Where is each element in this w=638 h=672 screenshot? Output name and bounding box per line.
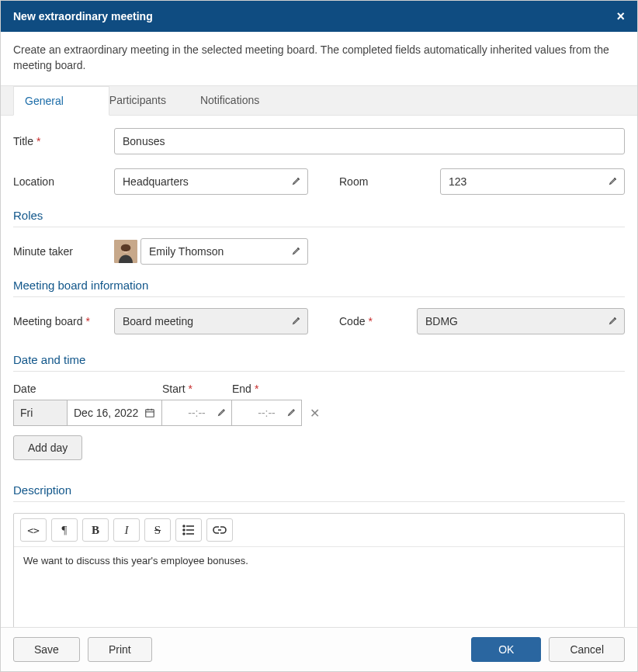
required-marker: * — [36, 135, 40, 147]
pencil-icon[interactable] — [292, 315, 302, 327]
rich-text-editor: <> ¶ B I S We want to discuss this year'… — [13, 513, 625, 627]
dialog-subtitle: Create an extraordinary meeting in the s… — [1, 32, 637, 86]
section-date-time: Date and time — [13, 353, 625, 366]
tab-general[interactable]: General — [25, 87, 76, 115]
tab-notifications[interactable]: Notifications — [200, 86, 272, 115]
dialog-new-extraordinary-meeting: New extraordinary meeting × Create an ex… — [0, 0, 638, 672]
label-code: Code* — [339, 315, 417, 327]
rte-bold-icon[interactable]: B — [82, 518, 109, 542]
close-icon[interactable]: × — [616, 9, 625, 23]
rte-code-icon[interactable]: <> — [20, 518, 47, 542]
required-marker: * — [189, 383, 192, 395]
svg-rect-2 — [146, 410, 154, 417]
required-marker: * — [255, 383, 258, 395]
label-room: Room — [339, 175, 440, 188]
label-end: End* — [232, 383, 302, 395]
add-day-button[interactable]: Add day — [13, 435, 82, 460]
meeting-board-input[interactable]: Board meeting — [114, 308, 308, 334]
divider — [13, 501, 625, 502]
svg-point-13 — [183, 529, 185, 531]
section-meeting-board-info: Meeting board information — [13, 279, 625, 292]
label-date: Date — [13, 383, 162, 395]
date-picker[interactable]: Dec 16, 2022 — [68, 400, 162, 426]
pencil-icon[interactable] — [292, 175, 302, 188]
avatar — [114, 240, 137, 263]
dialog-title: New extraordinary meeting — [13, 10, 153, 23]
label-minute-taker: Minute taker — [13, 245, 114, 258]
pencil-icon[interactable] — [292, 245, 302, 258]
svg-point-14 — [183, 533, 185, 535]
cancel-button[interactable]: Cancel — [549, 637, 625, 662]
content-area: Title* Location Room — [1, 116, 637, 627]
minute-taker-input[interactable] — [140, 238, 308, 265]
print-button[interactable]: Print — [88, 637, 152, 662]
tab-participants[interactable]: Participants — [109, 86, 179, 115]
rte-link-icon[interactable] — [206, 518, 233, 542]
pencil-icon[interactable] — [609, 175, 619, 188]
dialog-footer: Save Print OK Cancel — [1, 627, 637, 671]
section-roles: Roles — [13, 209, 625, 222]
titlebar: New extraordinary meeting × — [1, 1, 637, 32]
rte-text-area[interactable]: We want to discuss this year's employee … — [14, 547, 624, 627]
required-marker: * — [86, 315, 90, 327]
calendar-icon — [144, 407, 155, 418]
remove-date-icon[interactable]: ✕ — [310, 406, 320, 421]
start-time-input[interactable]: --:-- — [162, 400, 232, 426]
rte-list-icon[interactable] — [175, 518, 202, 542]
section-description: Description — [13, 483, 625, 497]
rte-toolbar: <> ¶ B I S — [14, 514, 624, 547]
title-input[interactable] — [114, 128, 625, 154]
label-title: Title* — [13, 135, 114, 147]
save-button[interactable]: Save — [13, 637, 80, 662]
label-meeting-board: Meeting board* — [13, 315, 114, 327]
room-input[interactable] — [440, 168, 625, 195]
rte-italic-icon[interactable]: I — [113, 518, 140, 542]
ok-button[interactable]: OK — [471, 637, 541, 662]
location-input[interactable] — [114, 168, 308, 195]
divider — [13, 296, 625, 297]
date-row: Fri Dec 16, 2022 --:-- --:-- ✕ — [13, 400, 625, 426]
pencil-icon — [287, 407, 297, 419]
day-name-cell: Fri — [13, 400, 68, 426]
code-input[interactable]: BDMG — [417, 308, 625, 334]
label-location: Location — [13, 175, 114, 188]
required-marker: * — [368, 315, 372, 327]
tab-bar: General Participants Notifications — [1, 86, 637, 116]
divider — [13, 371, 625, 372]
rte-paragraph-icon[interactable]: ¶ — [51, 518, 78, 542]
label-start: Start* — [162, 383, 232, 395]
date-time-headers: Date Start* End* — [13, 383, 625, 395]
divider — [13, 227, 625, 227]
end-time-input[interactable]: --:-- — [232, 400, 302, 426]
rte-strikethrough-icon[interactable]: S — [144, 518, 171, 542]
svg-point-12 — [183, 525, 185, 527]
pencil-icon[interactable] — [609, 315, 619, 327]
pencil-icon — [217, 407, 227, 419]
